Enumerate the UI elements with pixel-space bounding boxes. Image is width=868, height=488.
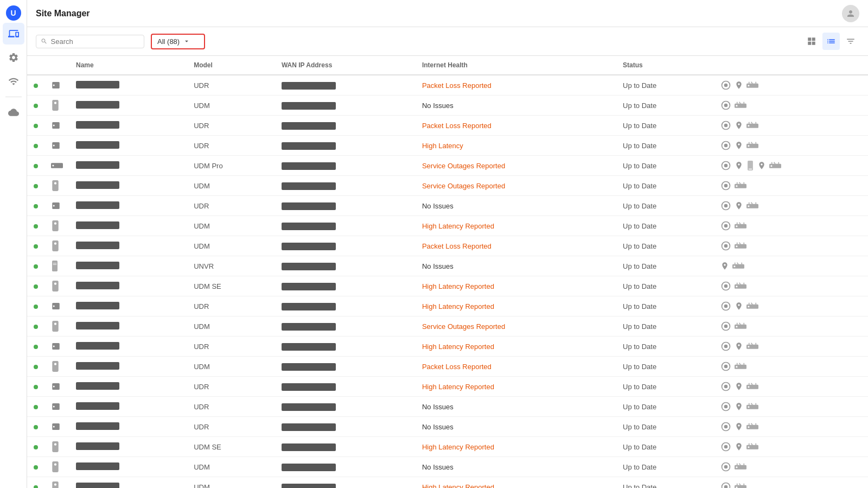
sidebar-item-settings[interactable] — [3, 47, 24, 68]
table-row[interactable]: UDM No Issues Up to Date — [27, 457, 868, 477]
table-row[interactable]: UDR Packet Loss Reported Up to Date — [27, 75, 868, 96]
model-cell: UDM SE — [187, 276, 275, 296]
name-cell — [69, 296, 187, 316]
sites-table: Name Model WAN IP Address Internet Healt… — [27, 56, 868, 488]
camera-icon — [735, 201, 743, 210]
camera-icon — [735, 382, 743, 391]
firmware-status-cell: Up to Date — [616, 256, 714, 276]
table-row[interactable]: UDM Packet Loss Reported Up to Date — [27, 357, 868, 377]
action-icons-cell — [714, 377, 868, 397]
ip-redacted — [282, 323, 336, 331]
svg-point-137 — [53, 386, 55, 388]
circle-icon — [720, 120, 731, 131]
table-row[interactable]: UDR No Issues Up to Date — [27, 196, 868, 216]
user-avatar[interactable] — [842, 5, 859, 22]
svg-point-108 — [748, 306, 749, 307]
status-icons — [720, 140, 861, 151]
device-udr-icon — [51, 301, 61, 311]
table-row[interactable]: UDM SE High Latency Reported Up to Date — [27, 276, 868, 296]
table-row[interactable]: UDM Service Outages Reported Up to Date — [27, 316, 868, 337]
action-icons-cell — [714, 96, 868, 116]
grid-view-button[interactable] — [803, 33, 820, 50]
svg-point-182 — [54, 484, 56, 486]
router-icon — [735, 362, 746, 371]
svg-point-184 — [724, 486, 727, 489]
device-udm-icon — [51, 180, 60, 191]
list-view-button[interactable] — [822, 33, 840, 50]
search-input[interactable] — [51, 37, 139, 46]
health-cell: High Latency Reported — [416, 337, 616, 357]
table-row[interactable]: UDM High Latency Reported Up to Date — [27, 477, 868, 489]
model-cell: UDR — [187, 75, 275, 96]
camera-icon — [735, 342, 743, 351]
name-cell — [69, 457, 187, 477]
name-redacted — [76, 322, 119, 329]
router-icon — [732, 262, 744, 270]
device-icon-cell — [44, 96, 69, 116]
svg-line-151 — [751, 403, 752, 405]
status-icons — [720, 220, 861, 231]
svg-line-133 — [739, 363, 741, 365]
wan-ip-cell — [275, 116, 416, 136]
search-box[interactable] — [36, 35, 144, 48]
svg-point-112 — [724, 325, 727, 328]
svg-point-19 — [53, 125, 55, 126]
name-redacted — [76, 181, 119, 189]
table-row[interactable]: UDR No Issues Up to Date — [27, 397, 868, 417]
chevron-down-icon — [183, 37, 190, 45]
status-dot-cell — [27, 116, 44, 136]
health-cell: No Issues — [416, 196, 616, 216]
table-row[interactable]: UDR High Latency Reported Up to Date — [27, 337, 868, 357]
ip-redacted — [282, 403, 336, 411]
status-icons — [720, 100, 861, 111]
ip-redacted — [282, 182, 336, 190]
svg-point-17 — [736, 105, 737, 106]
svg-line-124 — [751, 343, 752, 345]
device-udr-icon — [51, 341, 61, 351]
table-row[interactable]: UDR High Latency Reported Up to Date — [27, 296, 868, 316]
router-icon — [746, 121, 758, 130]
table-row[interactable]: UDR Packet Loss Reported Up to Date — [27, 116, 868, 136]
status-dot — [34, 445, 38, 449]
search-icon — [41, 37, 48, 45]
svg-point-166 — [724, 446, 727, 448]
name-cell — [69, 196, 187, 216]
table-row[interactable]: UDR No Issues Up to Date — [27, 417, 868, 437]
table-row[interactable]: UDR High Latency Up to Date — [27, 136, 868, 156]
table-row[interactable]: UDM No Issues Up to Date — [27, 96, 868, 116]
svg-point-46 — [770, 165, 772, 167]
col-status: Status — [616, 56, 714, 75]
model-cell: UNVR — [187, 256, 275, 276]
device-udm-icon — [51, 281, 60, 291]
status-dot — [34, 405, 38, 409]
router-icon — [746, 201, 758, 210]
table-row[interactable]: UDM SE High Latency Reported Up to Date — [27, 437, 868, 457]
device-icon-cell — [44, 276, 69, 296]
sidebar-item-network[interactable] — [3, 71, 24, 92]
table-row[interactable]: UDM Service Outages Reported Up to Date — [27, 176, 868, 196]
action-icons-cell — [714, 196, 868, 216]
device-icon-cell — [44, 477, 69, 489]
model-cell: UDM — [187, 357, 275, 377]
sidebar-item-devices[interactable] — [3, 23, 24, 45]
sidebar-item-cloud[interactable] — [3, 102, 24, 123]
status-icons — [720, 240, 861, 251]
firmware-status-cell: Up to Date — [616, 437, 714, 457]
svg-point-90 — [733, 265, 735, 267]
filter-dropdown[interactable]: All (88) — [151, 34, 205, 49]
wan-ip-cell — [275, 357, 416, 377]
name-redacted — [76, 382, 119, 390]
table-row[interactable]: UDM Packet Loss Reported Up to Date — [27, 236, 868, 256]
table-row[interactable]: UDM Pro Service Outages Reported Up to D… — [27, 156, 868, 176]
svg-point-135 — [736, 366, 737, 367]
filter-button[interactable] — [842, 33, 859, 50]
svg-point-37 — [52, 165, 54, 167]
table-row[interactable]: UNVR No Issues Up to Date — [27, 256, 868, 276]
router-icon — [746, 141, 758, 150]
svg-point-146 — [53, 406, 55, 408]
svg-point-155 — [53, 426, 55, 428]
router-icon — [735, 242, 746, 250]
table-row[interactable]: UDR High Latency Reported Up to Date — [27, 377, 868, 397]
table-row[interactable]: UDM High Latency Reported Up to Date — [27, 216, 868, 236]
wan-ip-cell — [275, 397, 416, 417]
